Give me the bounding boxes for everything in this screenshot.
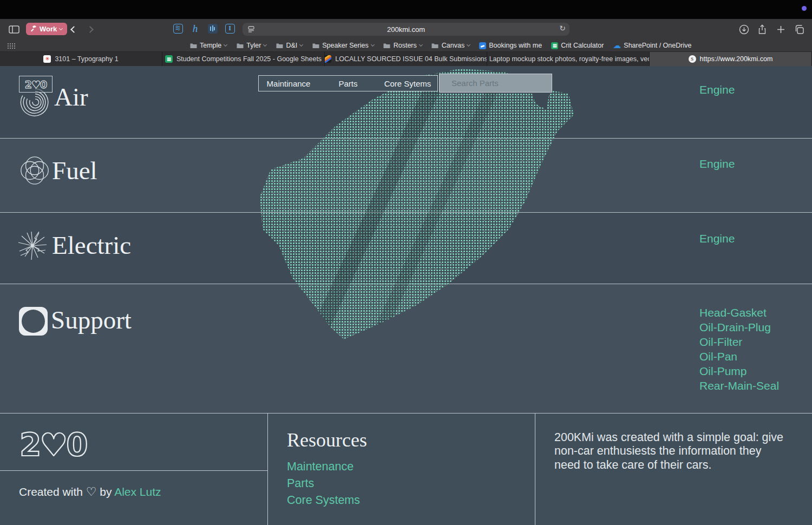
downloads-icon[interactable] xyxy=(737,23,750,36)
author-link[interactable]: Alex Lutz xyxy=(114,485,161,498)
bookmark-folder-tyler[interactable]: Tyler xyxy=(236,42,266,49)
refresh-icon[interactable]: ↻ xyxy=(559,24,566,32)
about-blurb: 200KMi was created with a simple goal: g… xyxy=(554,431,790,472)
section-title-air: Air xyxy=(54,82,88,111)
page-navigation: Maintinance Parts Core Sytems xyxy=(258,75,438,91)
page-footer: 2♥0 Created with ♡ by Alex Lutz Resource… xyxy=(0,413,812,525)
bookmark-bookings-with-me[interactable]: Bookings with me xyxy=(479,42,542,49)
part-link-oil-filter[interactable]: Oil-Filter xyxy=(699,334,779,349)
url-text: 200kmi.com xyxy=(243,25,569,34)
folder-icon xyxy=(189,42,197,49)
footer-logo-200: 2♥0 xyxy=(19,426,87,463)
heart-icon: ♡ xyxy=(86,485,97,498)
footer-credit-divider xyxy=(0,470,267,471)
bookmark-folder-dandi[interactable]: D&I xyxy=(276,42,303,49)
electric-spark-icon xyxy=(15,228,50,265)
chevron-down-icon xyxy=(59,26,63,30)
part-link-oil-drain-plug[interactable]: Oil-Drain-Plug xyxy=(699,320,779,334)
fuel-circles-icon xyxy=(18,154,51,189)
address-bar[interactable]: 200kmi.com ↻ xyxy=(243,23,569,36)
nav-maintinance[interactable]: Maintinance xyxy=(259,76,318,91)
toolbar-right-icons xyxy=(737,23,806,36)
hammer-icon xyxy=(30,25,37,34)
bookmark-folder-canvas[interactable]: Canvas xyxy=(431,42,470,49)
recording-indicator-dot xyxy=(802,6,807,11)
bars-extension-icon[interactable] xyxy=(207,23,218,34)
part-link-oil-pump[interactable]: Oil-Pump xyxy=(699,364,779,378)
back-button[interactable] xyxy=(67,23,80,36)
folder-icon xyxy=(383,42,391,49)
tab-overview-icon[interactable] xyxy=(793,23,806,36)
bookmark-folder-rosters[interactable]: Rosters xyxy=(383,42,422,49)
bookmark-sharepoint-onedrive[interactable]: ☁ SharePoint / OneDrive xyxy=(613,41,691,50)
support-badge-icon xyxy=(19,307,48,336)
air-part-engine-link[interactable]: Engine xyxy=(699,83,735,96)
part-link-rear-main-seal[interactable]: Rear-Main-Seal xyxy=(699,378,779,393)
instapaper-extension-icon[interactable]: I xyxy=(224,23,235,34)
tab-200kmi-active[interactable]: S https://www.200kmi.com xyxy=(650,52,812,66)
tab-typography[interactable]: ✳ 3101 – Typography 1 xyxy=(0,52,162,66)
tab-locally-sourced[interactable]: LOCALLY SOURCED ISSUE 04 Bulk Submission… xyxy=(325,52,487,66)
sidebar-toggle-icon[interactable] xyxy=(8,23,21,36)
folder-icon xyxy=(312,42,319,49)
folder-icon xyxy=(431,42,439,49)
footer-divider-2 xyxy=(535,414,535,525)
forward-button[interactable] xyxy=(83,23,96,36)
sheets-icon: ▦ xyxy=(551,42,558,49)
sheets-favicon: ▦ xyxy=(165,55,173,63)
part-link-oil-pan[interactable]: Oil-Pan xyxy=(699,349,779,364)
search-parts-input[interactable] xyxy=(439,74,552,93)
footer-link-parts[interactable]: Parts xyxy=(287,477,314,490)
tab-bar: ✳ 3101 – Typography 1 ▦ Student Competit… xyxy=(0,52,812,66)
bookmark-grid-icon[interactable] xyxy=(7,43,15,49)
folder-icon xyxy=(276,42,283,49)
part-link-head-gasket[interactable]: Head-Gasket xyxy=(699,305,779,320)
nav-parts[interactable]: Parts xyxy=(318,76,378,91)
section-title-electric: Electric xyxy=(52,231,131,260)
bookmark-folder-temple[interactable]: Temple xyxy=(189,42,227,49)
profile-label: Work xyxy=(40,25,57,33)
tab-google-sheets[interactable]: ▦ Student Competitions Fall 2025 - Googl… xyxy=(162,52,325,66)
footer-link-core-systems[interactable]: Core Systems xyxy=(287,494,360,507)
logo-200-text: 2♥0 xyxy=(25,78,47,90)
nav-core-sytems[interactable]: Core Sytems xyxy=(378,76,437,91)
fuel-part-engine-link[interactable]: Engine xyxy=(699,158,735,170)
profile-work-button[interactable]: Work xyxy=(26,23,67,35)
new-tab-icon[interactable] xyxy=(774,23,787,36)
site-favicon: S xyxy=(689,55,696,63)
bookmark-folder-speaker-series[interactable]: Speaker Series xyxy=(312,42,374,49)
menu-bar xyxy=(0,0,812,19)
extension-bar: 〜〜〜 h I xyxy=(172,23,235,34)
resources-heading: Resources xyxy=(287,429,367,451)
footer-link-maintenance[interactable]: Maintenance xyxy=(287,460,353,474)
site-logo-badge[interactable]: 2♥0 xyxy=(19,76,53,93)
bookmark-crit-calculator[interactable]: ▦ Crit Calculator xyxy=(551,42,604,49)
bookmarks-bar: Temple Tyler D&I Speaker Series Rosters … xyxy=(0,39,812,52)
folder-icon xyxy=(236,42,244,49)
cloud-icon: ☁ xyxy=(613,41,621,50)
notes-extension-icon[interactable]: 〜〜〜 xyxy=(172,23,184,34)
support-parts-list: Head-Gasket Oil-Drain-Plug Oil-Filter Oi… xyxy=(699,305,779,393)
webpage-200kmi: Maintinance Parts Core Sytems 2♥0 Air En… xyxy=(0,66,812,525)
share-icon[interactable] xyxy=(756,23,769,36)
electric-part-engine-link[interactable]: Engine xyxy=(699,232,735,245)
footer-divider-1 xyxy=(267,414,268,525)
tab-shutterstock[interactable]: St Laptop mockup stock photos, royalty-f… xyxy=(487,52,650,66)
reader-icon[interactable] xyxy=(247,25,256,35)
hypothesis-extension-icon[interactable]: h xyxy=(189,23,201,34)
footer-credit-line: Created with ♡ by Alex Lutz xyxy=(19,485,161,499)
bookings-icon xyxy=(479,42,486,49)
section-title-support: Support xyxy=(51,305,132,334)
browser-toolbar: Work 〜〜〜 h I 200kmi.com ↻ xyxy=(0,19,812,39)
canvas-favicon: ✳ xyxy=(43,55,51,63)
section-title-fuel: Fuel xyxy=(52,156,97,185)
stripes-favicon xyxy=(325,55,331,63)
